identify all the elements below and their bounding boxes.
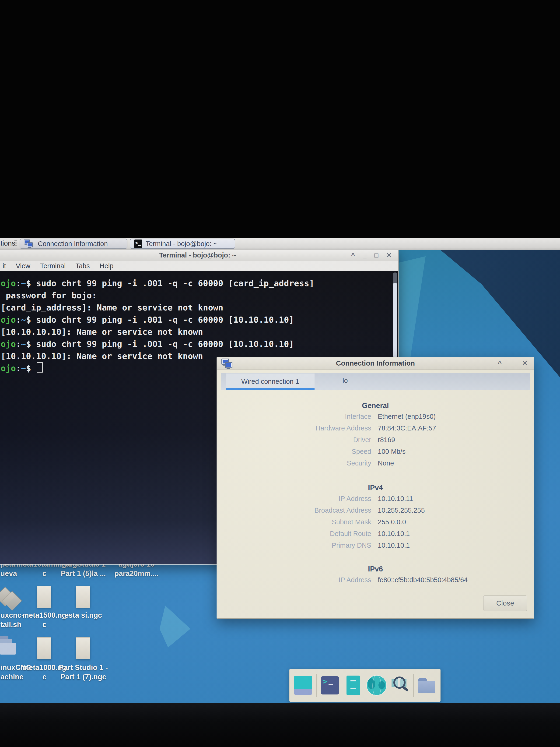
close-button[interactable]: ✕ [386, 251, 392, 260]
info-value: Ethernet (enp19s0) [378, 413, 436, 420]
dock: > [289, 669, 441, 702]
info-label: Subnet Mask [226, 518, 378, 526]
desktop-icon-file[interactable] [37, 637, 51, 659]
info-value: r8169 [378, 436, 395, 444]
tab-lo[interactable]: lo [343, 373, 348, 388]
info-row: Driverr8169 [226, 434, 524, 446]
web-browser-icon[interactable] [366, 675, 387, 696]
desktop-icon-label[interactable]: esta si.ngc [55, 611, 111, 620]
close-icon[interactable]: ✕ [522, 359, 528, 368]
info-label: Broadcast Address [226, 507, 378, 514]
terminal-line: ojo:~$ sudo chrt 99 ping -i .001 -q -c 6… [1, 277, 389, 289]
shade-button[interactable]: ^ [351, 251, 355, 260]
text-editor-icon[interactable] [343, 675, 364, 696]
bezel-bottom [0, 703, 560, 747]
laptop-screen: tions Connection Information > Terminal … [0, 238, 560, 703]
dialog-separator [222, 593, 529, 593]
menu-it[interactable]: it [3, 262, 6, 270]
desktop-icon-folder-stack[interactable] [0, 636, 19, 657]
info-row: IP Addressfe80::cf5b:db40:5b50:4b85/64 [226, 574, 524, 586]
desktop-icon-script[interactable] [0, 585, 24, 610]
info-row: Primary DNS10.10.10.1 [226, 539, 524, 551]
top-taskbar: tions Connection Information > Terminal … [0, 238, 560, 250]
info-value: 78:84:3C:EA:AF:57 [378, 424, 436, 432]
info-value: 10.10.10.1 [378, 530, 410, 538]
section-header: IPv6 [226, 564, 524, 574]
info-row: IP Address10.10.10.11 [226, 493, 524, 505]
section-header: General [226, 401, 524, 411]
info-label: Interface [226, 413, 378, 420]
taskbar-button-label: Terminal - bojo@bojo: ~ [145, 240, 217, 248]
info-value: None [378, 459, 394, 467]
info-row: Subnet Mask255.0.0.0 [226, 516, 524, 528]
panel-handle [15, 240, 17, 247]
terminal-cursor [37, 362, 43, 372]
info-value: 10.10.10.1 [378, 542, 410, 549]
info-label: Driver [226, 436, 378, 444]
terminal-launcher-icon[interactable]: > [320, 675, 340, 696]
menu-tabs[interactable]: Tabs [75, 262, 89, 270]
show-desktop-icon[interactable] [293, 675, 313, 696]
info-row: Speed100 Mb/s [226, 446, 524, 457]
terminal-menubar: itViewTerminalTabsHelp [0, 261, 398, 271]
terminal-line: password for bojo: [1, 289, 389, 302]
info-row: InterfaceEthernet (enp19s0) [226, 411, 524, 422]
network-monitors-icon [24, 239, 33, 248]
desktop-icon-file[interactable] [37, 586, 51, 608]
info-label: Primary DNS [226, 542, 378, 549]
bezel-top [0, 0, 560, 238]
terminal-titlebar[interactable]: Terminal - bojo@bojo: ~ ^ _ □ ✕ [0, 250, 398, 261]
terminal-line: ojo:~$ sudo chrt 99 ping -i .001 -q -c 6… [1, 314, 389, 326]
terminal-window-title: Terminal - bojo@bojo: ~ [0, 251, 398, 259]
dock-separator [316, 674, 317, 697]
scrollbar-thumb[interactable] [393, 283, 397, 357]
application-finder-icon[interactable] [390, 675, 410, 696]
desktop-icon-label[interactable]: Part Studio 1 -Part 1 (7).ngc [55, 663, 111, 681]
info-row: Default Route10.10.10.1 [226, 528, 524, 539]
info-label: Speed [226, 448, 378, 456]
menu-help[interactable]: Help [100, 262, 114, 270]
applications-menu-fragment[interactable]: tions [0, 239, 15, 247]
terminal-line: [10.10.10.10]: Name or service not known [1, 326, 389, 338]
info-label: Security [226, 459, 378, 467]
info-row: Hardware Address78:84:3C:EA:AF:57 [226, 422, 524, 434]
maximize-button[interactable]: □ [374, 251, 378, 260]
info-value: fe80::cf5b:db40:5b50:4b85/64 [378, 576, 468, 584]
minimize-button[interactable]: _ [510, 359, 514, 368]
taskbar-button-connection-information[interactable]: Connection Information [20, 238, 127, 249]
dialog-sections: GeneralInterfaceEthernet (enp19s0)Hardwa… [226, 390, 524, 586]
info-label: Default Route [226, 530, 378, 538]
terminal-icon: > [134, 239, 142, 248]
dialog-titlebar[interactable]: Connection Information ^ _ ✕ [217, 357, 534, 370]
dock-separator [413, 674, 414, 697]
info-value: 255.0.0.0 [378, 518, 406, 526]
minimize-button[interactable]: _ [363, 251, 367, 260]
desktop-icon-file[interactable] [76, 586, 90, 608]
close-button[interactable]: Close [483, 595, 527, 611]
desktop-icon-file[interactable] [76, 637, 90, 659]
section-header: IPv4 [226, 483, 524, 493]
connection-information-dialog: Connection Information ^ _ ✕ Wired conne… [217, 357, 534, 619]
menu-terminal[interactable]: Terminal [40, 262, 66, 270]
active-tab-underline [226, 388, 315, 390]
taskbar-button-label: Connection Information [38, 240, 108, 248]
file-manager-icon[interactable] [417, 675, 437, 696]
info-label: Hardware Address [226, 424, 378, 432]
shade-button[interactable]: ^ [498, 359, 502, 368]
taskbar-button-terminal[interactable]: > Terminal - bojo@bojo: ~ [130, 238, 235, 249]
dialog-title: Connection Information [217, 359, 534, 367]
info-value: 10.10.10.11 [378, 495, 413, 503]
dialog-tabstrip: Wired connection 1 lo [221, 373, 530, 390]
info-label: IP Address [226, 576, 378, 584]
info-row: SecurityNone [226, 457, 524, 469]
info-row: Broadcast Address10.255.255.255 [226, 505, 524, 516]
menu-view[interactable]: View [16, 262, 30, 270]
terminal-line: ojo:~$ sudo chrt 99 ping -i .001 -q -c 6… [1, 338, 389, 350]
info-value: 10.255.255.255 [378, 507, 425, 514]
info-value: 100 Mb/s [378, 448, 405, 456]
tab-wired-connection-1[interactable]: Wired connection 1 [226, 374, 315, 389]
terminal-line: [card_ip_address]: Name or service not k… [1, 302, 389, 314]
info-label: IP Address [226, 495, 378, 503]
